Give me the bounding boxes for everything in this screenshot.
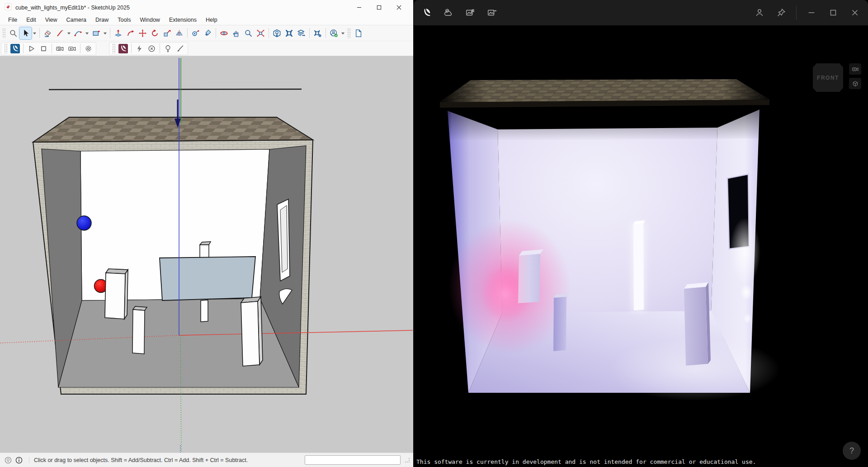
maximize-button[interactable] <box>369 1 389 14</box>
toolbar-grip[interactable] <box>2 28 6 38</box>
move-tool-button[interactable] <box>137 27 149 39</box>
panel-top-box[interactable] <box>200 245 209 258</box>
toolbar-separator <box>269 28 269 38</box>
arc-tool-dropdown[interactable] <box>84 27 90 39</box>
right-wall-light-spot <box>730 218 760 286</box>
camera-sync-icon[interactable] <box>54 43 66 55</box>
close-icon[interactable] <box>846 4 863 21</box>
menu-file[interactable]: File <box>4 16 22 24</box>
maximize-icon[interactable] <box>825 4 842 21</box>
paint-brush-icon[interactable] <box>174 43 186 55</box>
menu-camera[interactable]: Camera <box>62 16 91 24</box>
axes-cube-toggle-button[interactable] <box>849 78 861 89</box>
settings-gear-icon[interactable] <box>82 43 94 55</box>
new-document-icon[interactable] <box>352 27 364 39</box>
vantage-logo-blue-icon[interactable] <box>9 43 21 55</box>
menu-extensions[interactable]: Extensions <box>165 16 201 24</box>
geolocation-icon[interactable] <box>4 456 13 465</box>
desktop: cube_with_lights_myEdit1b* - SketchUp 20… <box>0 0 868 467</box>
rotate-tool-button[interactable] <box>149 27 161 39</box>
toolbar-separator <box>52 43 52 53</box>
view-cube[interactable]: FRONT <box>813 63 843 92</box>
environment-weather-icon[interactable] <box>440 4 457 21</box>
orbit-tool-button[interactable] <box>218 27 230 39</box>
paint-bucket-tool-button[interactable] <box>202 27 214 39</box>
status-hint: Click or drag to select objects. Shift =… <box>29 457 305 463</box>
select-tool-button[interactable] <box>19 27 32 39</box>
render-pillar-small <box>553 294 568 351</box>
menu-draw[interactable]: Draw <box>91 16 113 24</box>
layers-export-icon[interactable] <box>295 27 307 39</box>
camera-view-toggle-button[interactable] <box>849 63 861 75</box>
status-bar: Click or drag to select objects. Shift =… <box>0 453 413 467</box>
sketchup-viewport[interactable] <box>0 56 413 453</box>
vantage-logo-icon[interactable] <box>418 4 435 21</box>
info-icon[interactable] <box>14 456 24 465</box>
scale-tool-button[interactable] <box>161 27 173 39</box>
sketchup-scene-canvas[interactable] <box>0 56 413 453</box>
pin-icon[interactable] <box>773 4 790 21</box>
line-tool-dropdown[interactable] <box>66 27 72 39</box>
image-export-icon[interactable] <box>483 4 500 21</box>
toolbar-separator <box>39 28 40 38</box>
roof-top-face[interactable] <box>33 117 313 142</box>
image-adjustments-icon[interactable] <box>462 4 479 21</box>
push-pull-tool-button[interactable] <box>112 27 124 39</box>
camera-unsync-icon[interactable] <box>66 43 78 55</box>
menu-edit[interactable]: Edit <box>22 16 41 24</box>
zoom-tool-button[interactable] <box>242 27 255 39</box>
pillar-left-tall[interactable] <box>105 269 128 319</box>
flip-tool-button[interactable] <box>173 27 185 39</box>
menu-help[interactable]: Help <box>201 16 222 24</box>
zoom-extents-tool-button[interactable] <box>255 27 267 39</box>
vantage-logo-maroon-icon[interactable] <box>117 43 129 55</box>
rectangle-tool-dropdown[interactable] <box>102 27 108 39</box>
toolbar-grip[interactable] <box>112 43 116 53</box>
menu-tools[interactable]: Tools <box>113 16 135 24</box>
account-icon[interactable] <box>328 27 340 39</box>
sketchup-titlebar[interactable]: cube_with_lights_myEdit1b* - SketchUp 20… <box>0 0 413 15</box>
tape-measure-tool-button[interactable] <box>189 27 202 39</box>
toolbar-grip[interactable] <box>347 28 351 38</box>
menu-bar: FileEditViewCameraDrawToolsWindowExtensi… <box>0 15 413 25</box>
sync-settings-icon[interactable] <box>311 27 324 39</box>
play-icon[interactable] <box>25 43 38 55</box>
toolbar-grip[interactable] <box>4 43 8 53</box>
help-button[interactable]: ? <box>843 442 861 460</box>
toolbar-separator <box>131 43 132 53</box>
blue-light-sphere[interactable] <box>77 216 91 230</box>
light-bulb-icon[interactable] <box>162 43 174 55</box>
menu-view[interactable]: View <box>41 16 62 24</box>
vantage-titlebar[interactable] <box>414 0 868 25</box>
warehouse-download-icon[interactable] <box>271 27 283 39</box>
search-tool-button[interactable] <box>7 27 19 39</box>
ceiling-plane-edge[interactable] <box>49 89 302 90</box>
stop-icon[interactable] <box>38 43 50 55</box>
render-canvas[interactable] <box>414 25 868 467</box>
panel-bottom-post[interactable] <box>201 300 208 322</box>
resize-grip[interactable] <box>405 458 410 462</box>
main-toolbar <box>0 25 413 41</box>
line-tool-button[interactable] <box>54 27 66 39</box>
eraser-tool-button[interactable] <box>42 27 54 39</box>
account-dropdown[interactable] <box>340 27 346 39</box>
flash-icon[interactable] <box>133 43 146 55</box>
minimize-button[interactable] <box>349 1 369 14</box>
rectangle-tool-button[interactable] <box>90 27 102 39</box>
close-button[interactable] <box>389 1 409 14</box>
menu-window[interactable]: Window <box>135 16 164 24</box>
pan-tool-button[interactable] <box>230 27 242 39</box>
vantage-render-viewport[interactable]: FRONT This software is currently in deve… <box>414 25 868 467</box>
sketchup-logo-icon <box>5 3 12 12</box>
pillar-right-tall[interactable] <box>241 297 263 366</box>
minimize-icon[interactable] <box>803 4 820 21</box>
account-person-icon[interactable] <box>751 4 768 21</box>
select-tool-dropdown[interactable] <box>32 27 38 39</box>
follow-me-tool-button[interactable] <box>124 27 137 39</box>
arc-tool-button[interactable] <box>72 27 84 39</box>
connect-sync-icon[interactable] <box>283 27 295 39</box>
disable-circle-x-icon[interactable] <box>146 43 158 55</box>
floor[interactable] <box>58 299 299 387</box>
screen-panel[interactable] <box>160 257 255 300</box>
measurements-input[interactable] <box>305 455 401 465</box>
